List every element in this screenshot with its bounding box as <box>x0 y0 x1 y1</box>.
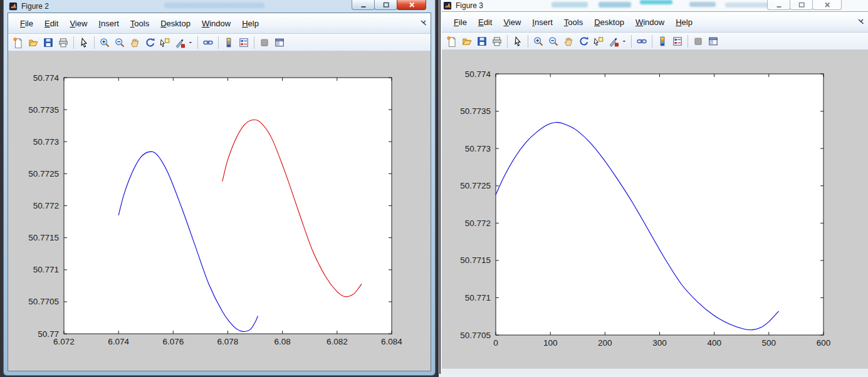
maximize-button[interactable] <box>790 0 813 10</box>
toolbar-separator <box>197 36 198 49</box>
save-figure-icon[interactable] <box>474 34 489 49</box>
toolbar-separator <box>94 36 95 49</box>
toolbar-separator <box>73 36 74 49</box>
toolbar-separator <box>528 35 528 48</box>
zoom-out-icon[interactable] <box>546 34 561 49</box>
y-tick-label: 50.773 <box>465 144 491 153</box>
brush-data-icon[interactable] <box>606 34 621 49</box>
show-plot-tools-icon[interactable] <box>706 34 721 49</box>
window-controls <box>352 0 426 10</box>
menu-view[interactable]: View <box>498 16 526 29</box>
edit-plot-icon[interactable] <box>510 34 525 49</box>
menu-window[interactable]: Window <box>630 16 670 29</box>
brush-caret-icon[interactable] <box>621 34 629 49</box>
maximize-button[interactable] <box>374 0 397 10</box>
matlab-icon <box>9 2 18 11</box>
brush-data-icon[interactable] <box>172 35 187 50</box>
menu-overflow-icon[interactable] <box>858 18 864 24</box>
menu-view[interactable]: View <box>64 17 93 30</box>
matlab-icon <box>443 1 452 10</box>
x-tick-label: 6.074 <box>108 337 129 346</box>
pan-hand-icon[interactable] <box>561 34 576 49</box>
zoom-out-icon[interactable] <box>112 35 127 50</box>
menu-edit[interactable]: Edit <box>39 17 64 30</box>
data-cursor-icon[interactable] <box>157 35 172 50</box>
y-tick-label: 50.772 <box>465 219 491 228</box>
menu-help[interactable]: Help <box>236 17 264 30</box>
hide-plot-tools-icon[interactable] <box>691 34 706 49</box>
data-cursor-icon[interactable] <box>591 34 606 49</box>
toolbar-separator <box>631 35 632 48</box>
menu-tools[interactable]: Tools <box>558 16 588 29</box>
brush-caret-icon[interactable] <box>187 35 195 50</box>
window-controls <box>768 0 842 10</box>
insert-legend-icon[interactable] <box>236 35 251 50</box>
toolbar-separator <box>688 35 688 48</box>
open-file-icon[interactable] <box>459 34 474 49</box>
x-tick-label: 400 <box>707 338 721 348</box>
menu-insert[interactable]: Insert <box>93 17 125 30</box>
x-tick-label: 6.076 <box>162 337 184 346</box>
y-tick-label: 50.773 <box>33 137 59 147</box>
open-file-icon[interactable] <box>26 35 41 50</box>
y-tick-label: 50.774 <box>33 73 60 83</box>
hide-plot-tools-icon[interactable] <box>257 35 272 50</box>
new-figure-icon[interactable] <box>444 34 459 49</box>
menu-file[interactable]: File <box>448 16 473 29</box>
new-figure-icon[interactable] <box>11 35 26 50</box>
edit-plot-icon[interactable] <box>76 35 92 50</box>
pan-hand-icon[interactable] <box>127 35 142 50</box>
menu-file[interactable]: File <box>14 17 39 30</box>
window-title: Figure 3 <box>456 1 483 10</box>
x-tick-label: 100 <box>543 338 558 348</box>
menu-desktop[interactable]: Desktop <box>588 16 630 29</box>
menubar: FileEditViewInsertToolsDesktopWindowHelp <box>8 13 431 34</box>
menu-help[interactable]: Help <box>670 16 698 29</box>
glass-reflection <box>164 3 264 8</box>
x-tick-label: 6.082 <box>327 337 348 346</box>
toolbar-separator <box>254 36 254 49</box>
insert-colorbar-icon[interactable] <box>655 34 670 49</box>
zoom-in-icon[interactable] <box>97 35 112 50</box>
insert-legend-icon[interactable] <box>670 34 685 49</box>
x-tick-label: 6.084 <box>381 337 402 346</box>
y-tick-label: 50.771 <box>465 293 491 302</box>
zoom-in-icon[interactable] <box>531 34 546 49</box>
figure-window-2: Figure 2 FileEditViewInsertToolsDesktopW… <box>3 0 436 376</box>
titlebar[interactable]: Figure 3 <box>442 0 868 11</box>
desktop: Figure 2 FileEditViewInsertToolsDesktopW… <box>0 0 868 377</box>
minimize-button[interactable] <box>767 0 790 10</box>
menu-insert[interactable]: Insert <box>526 16 558 29</box>
y-tick-label: 50.7705 <box>460 331 491 340</box>
rotate-3d-icon[interactable] <box>576 34 591 49</box>
plot-axes: 6.0726.0746.0766.0786.086.0826.08450.775… <box>8 51 431 371</box>
titlebar[interactable]: Figure 2 <box>8 0 431 13</box>
figure-canvas: 6.0726.0746.0766.0786.086.0826.08450.775… <box>8 51 431 371</box>
close-button[interactable] <box>397 0 426 10</box>
link-plot-icon[interactable] <box>634 34 649 49</box>
insert-colorbar-icon[interactable] <box>221 35 236 50</box>
menu-desktop[interactable]: Desktop <box>155 17 196 30</box>
menu-tools[interactable]: Tools <box>125 17 155 30</box>
x-tick-label: 500 <box>762 338 776 348</box>
menu-edit[interactable]: Edit <box>473 16 498 29</box>
toolbar-separator <box>507 35 508 48</box>
glass-reflection <box>640 0 672 4</box>
y-tick-label: 50.7715 <box>460 256 491 265</box>
show-plot-tools-icon[interactable] <box>272 35 287 50</box>
print-figure-icon[interactable] <box>56 35 71 50</box>
y-tick-label: 50.7725 <box>28 169 59 178</box>
glass-reflection <box>689 2 716 7</box>
minimize-button[interactable] <box>352 0 375 10</box>
save-figure-icon[interactable] <box>41 35 56 50</box>
figure-canvas: 010020030040050060050.770550.77150.77155… <box>442 50 868 368</box>
link-plot-icon[interactable] <box>201 35 216 50</box>
menu-window[interactable]: Window <box>196 17 236 30</box>
y-tick-label: 50.7735 <box>460 106 491 116</box>
x-tick-label: 200 <box>598 338 612 348</box>
rotate-3d-icon[interactable] <box>142 35 157 50</box>
menu-overflow-icon[interactable] <box>421 19 427 26</box>
close-button[interactable] <box>812 0 842 10</box>
print-figure-icon[interactable] <box>489 34 505 49</box>
y-tick-label: 50.7735 <box>28 105 59 115</box>
